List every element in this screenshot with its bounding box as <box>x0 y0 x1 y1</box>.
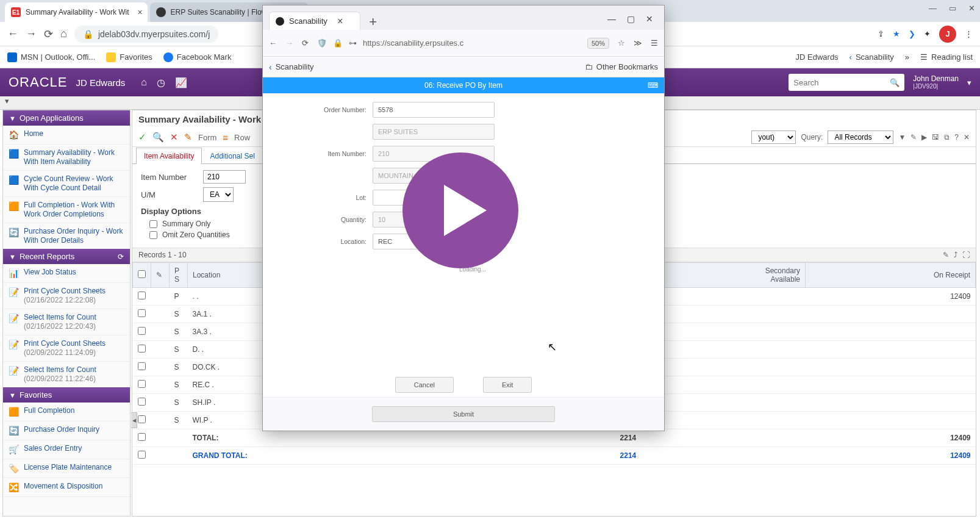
sidebar-favorites-header[interactable]: ▼Favorites <box>3 387 130 403</box>
run-icon[interactable]: ▶ <box>921 133 927 141</box>
clock-icon[interactable]: ◷ <box>157 77 165 88</box>
col-on-receipt[interactable]: On Receipt <box>806 263 976 288</box>
play-video-button[interactable] <box>402 152 518 268</box>
keyboard-icon[interactable]: ⌨ <box>648 81 658 90</box>
bookmark-jde[interactable]: JD Edwards <box>796 52 839 62</box>
dropdown-control[interactable]: ▾ <box>0 95 14 107</box>
row-checkbox[interactable] <box>138 345 146 353</box>
sidebar-item-recent-2[interactable]: 📝Select Items for Count(02/16/2022 12:20… <box>3 309 130 335</box>
row-checkbox[interactable] <box>138 451 146 459</box>
search-icon[interactable]: 🔍 <box>152 132 164 143</box>
form-icon[interactable]: ✎ <box>184 132 192 143</box>
close-window-icon[interactable]: ✕ <box>968 4 975 13</box>
sidebar-item-recent-4[interactable]: 📝Select Items for Count(02/09/2022 11:22… <box>3 362 130 387</box>
chart-icon[interactable]: 📈 <box>175 77 187 88</box>
chevron-left-icon[interactable]: ‹ <box>269 62 272 72</box>
close-window-icon[interactable]: ✕ <box>646 14 653 24</box>
sidebar-fav-4[interactable]: 🏷️License Plate Maintenance <box>3 459 130 478</box>
sidebar-item-recent-1[interactable]: 📝Print Cycle Count Sheets(02/16/2022 12:… <box>3 283 130 309</box>
url-field[interactable]: 🔒 jdelab03dv.myerpsuites.com/j <box>74 26 218 43</box>
maximize-icon[interactable]: ▭ <box>949 4 956 13</box>
row-checkbox[interactable] <box>138 327 146 335</box>
tab-additional-sel[interactable]: Additional Sel <box>202 148 262 164</box>
row-checkbox[interactable] <box>138 362 146 370</box>
save-icon[interactable]: 🖫 <box>932 133 939 141</box>
tab-item-availability[interactable]: Item Availability <box>136 148 202 164</box>
sidebar-open-apps-header[interactable]: ▼Open Applications <box>3 110 130 126</box>
star-icon[interactable]: ★ <box>893 29 900 38</box>
menu-icon[interactable]: ⋮ <box>965 29 973 38</box>
home-icon[interactable]: ⌂ <box>141 77 147 88</box>
close-icon[interactable]: × <box>137 7 142 17</box>
minimize-icon[interactable]: — <box>607 14 616 24</box>
grid-edit-icon[interactable]: ✎ <box>943 251 949 259</box>
row-checkbox[interactable] <box>138 433 146 441</box>
sidebar-item-home[interactable]: 🏠Home <box>3 126 130 145</box>
refresh-icon[interactable]: ⟳ <box>118 252 124 261</box>
row-checkbox[interactable] <box>138 292 146 299</box>
reload-icon[interactable]: ⟳ <box>302 38 309 48</box>
overflow-icon[interactable]: ≫ <box>634 38 642 48</box>
bookmark-scanability[interactable]: ‹Scanability <box>849 52 894 62</box>
chevron-down-icon[interactable]: ▾ <box>967 78 971 87</box>
bookmark-overflow-icon[interactable]: » <box>905 52 909 62</box>
star-icon[interactable]: ☆ <box>618 38 625 48</box>
bg-tab-1[interactable]: E1 Summary Availability - Work Wit × <box>5 2 148 22</box>
ext1-icon[interactable]: ❯ <box>909 29 915 38</box>
close-red-icon[interactable]: ✕ <box>170 132 178 143</box>
sidebar-item-summary-avail[interactable]: 🟦Summary Availability - Work With Item A… <box>3 145 130 171</box>
sidebar-recent-header[interactable]: ▼Recent Reports⟳ <box>3 249 130 264</box>
sidebar-fav-5[interactable]: 🔀Movement & Disposition <box>3 478 130 497</box>
forward-icon[interactable]: → <box>26 27 37 40</box>
row-checkbox[interactable] <box>138 309 146 317</box>
sidebar-item-job-status[interactable]: 📊View Job Status <box>3 264 130 283</box>
copy-icon[interactable]: ⧉ <box>944 133 950 141</box>
uom-select[interactable]: EA <box>203 187 234 202</box>
oracle-search[interactable]: 🔍 <box>789 74 904 91</box>
menu-icon[interactable]: ☰ <box>651 38 658 48</box>
submit-button[interactable]: Submit <box>372 406 555 422</box>
col-ps[interactable]: P S <box>170 263 188 288</box>
bookmark-msn[interactable]: MSN | Outlook, Offi... <box>7 52 95 62</box>
help-icon[interactable]: ? <box>954 133 959 141</box>
query-select[interactable]: All Records <box>828 131 893 144</box>
url-field[interactable]: 🛡️ 🔒 ⊶ https://scanability.erpsuites.c <box>317 38 579 48</box>
item-number-input[interactable] <box>203 170 246 184</box>
sidebar-item-po-inquiry[interactable]: 🔄Purchase Order Inquiry - Work With Orde… <box>3 223 130 249</box>
grid-expand-icon[interactable]: ⛶ <box>962 251 970 259</box>
pencil-icon[interactable]: ✎ <box>910 133 917 141</box>
close-icon[interactable]: × <box>337 16 343 27</box>
reading-list[interactable]: ☰Reading list <box>920 52 973 62</box>
back-icon[interactable]: ← <box>7 27 18 40</box>
sidebar-fav-1[interactable]: 🟧Full Completion <box>3 403 130 421</box>
row-checkbox[interactable] <box>138 398 146 406</box>
row-checkbox[interactable] <box>138 415 146 423</box>
minimize-icon[interactable]: — <box>929 4 937 13</box>
layout-select[interactable]: yout) <box>751 131 796 144</box>
row-icon[interactable]: ≡ <box>223 132 228 143</box>
sidebar-item-recent-3[interactable]: 📝Print Cycle Count Sheets(02/09/2022 11:… <box>3 335 130 362</box>
other-bookmarks[interactable]: 🗀 Other Bookmarks <box>585 62 658 71</box>
order-number-input[interactable] <box>373 102 495 118</box>
grid-menu-icon[interactable]: ✎ <box>151 263 170 288</box>
home-icon[interactable]: ⌂ <box>60 27 67 40</box>
col-sec-available[interactable]: Secondary Available <box>641 263 805 288</box>
sidebar-fav-2[interactable]: 🔄Purchase Order Inquiry <box>3 421 130 440</box>
sidebar-item-full-completion[interactable]: 🟧Full Completion - Work With Work Order … <box>3 197 130 223</box>
back-icon[interactable]: ← <box>269 38 277 48</box>
fg-bm-scanability[interactable]: Scanability <box>276 62 314 71</box>
row-checkbox[interactable] <box>138 380 146 388</box>
cancel-button[interactable]: Cancel <box>395 377 454 393</box>
filter-icon[interactable]: ▼ <box>898 133 906 141</box>
search-input[interactable] <box>793 78 890 87</box>
profile-avatar[interactable]: J <box>939 26 956 43</box>
maximize-icon[interactable]: ▢ <box>627 14 635 24</box>
bookmark-favorites[interactable]: Favorites <box>106 52 152 62</box>
zoom-level[interactable]: 50% <box>587 38 609 49</box>
extensions-icon[interactable]: ✦ <box>924 29 931 38</box>
search-icon[interactable]: 🔍 <box>890 78 900 87</box>
sidebar-item-cycle-count[interactable]: 🟦Cycle Count Review - Work With Cycle Co… <box>3 171 130 197</box>
reload-icon[interactable]: ⟳ <box>44 27 53 41</box>
share-icon[interactable]: ⇪ <box>878 29 884 38</box>
close-panel-icon[interactable]: ✕ <box>964 133 970 141</box>
